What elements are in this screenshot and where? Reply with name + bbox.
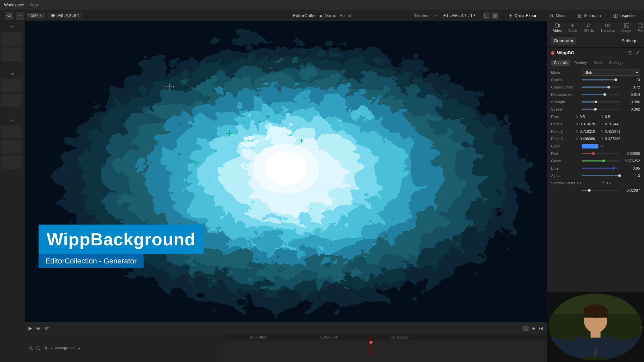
tab-file[interactable]: File <box>635 21 644 34</box>
copies-offset-value: 0.72 <box>622 85 640 89</box>
sidebar-collapse-icon-2[interactable] <box>10 72 15 76</box>
color-edit-btn[interactable]: ✏ <box>600 144 603 148</box>
subtab-mask[interactable]: Mask <box>591 60 605 66</box>
color-row: Color ✏ <box>547 142 644 150</box>
transform-handle-1[interactable] <box>164 83 174 91</box>
zoom-fit-icon[interactable] <box>36 346 41 351</box>
timecode-right: 01:00:47:17 <box>443 13 476 18</box>
quick-export-btn[interactable]: Quick Export <box>505 12 540 19</box>
plugin-reset-icon[interactable] <box>628 51 633 55</box>
green-slider[interactable] <box>582 160 620 162</box>
viewer-btn-1[interactable] <box>483 12 490 19</box>
alpha-value: 1.0 <box>622 174 640 178</box>
blue-thumb[interactable] <box>612 167 615 170</box>
transform-handle-4[interactable] <box>300 139 304 144</box>
point1-y-value: 0.761443 <box>605 122 625 126</box>
zoom-plus-btn[interactable]: + <box>78 346 80 351</box>
speed-slider[interactable] <box>582 109 620 110</box>
zoom-minus-btn[interactable]: - <box>51 346 52 351</box>
displacement-thumb[interactable] <box>603 93 606 96</box>
menu-help[interactable]: Help <box>30 3 38 7</box>
blue-value: 0.85 <box>622 166 640 170</box>
speed-row: Speed 0.362 <box>547 106 644 113</box>
point2-label: Point 2 <box>551 129 575 133</box>
copies-offset-thumb[interactable] <box>607 86 610 88</box>
settings-tab[interactable]: Settings <box>619 37 640 45</box>
transform-handle-3[interactable] <box>193 160 199 167</box>
playhead[interactable] <box>371 334 371 355</box>
mixer-btn[interactable]: Mixer <box>547 12 568 19</box>
sidebar-collapse-icon-3[interactable] <box>10 118 15 123</box>
sidebar-item-3 <box>1 78 21 92</box>
strength-thumb[interactable] <box>595 101 597 103</box>
alpha-thumb[interactable] <box>618 174 621 177</box>
project-status: Edited <box>340 13 351 18</box>
play-btn[interactable]: ▶ <box>29 325 32 331</box>
plugin-edit-icon[interactable] <box>635 51 640 55</box>
lower-subtitle-bar: EditorCollection - Generator <box>39 254 144 268</box>
speed-thumb[interactable] <box>594 108 597 111</box>
subtab-overlay[interactable]: Overlay <box>572 60 590 66</box>
tab-video[interactable]: Video <box>550 21 565 34</box>
svg-line-48 <box>39 349 40 350</box>
blue-slider[interactable] <box>582 168 620 169</box>
lower-third: WippBackground EditorCollection - Genera… <box>39 225 204 268</box>
green-thumb[interactable] <box>602 160 605 162</box>
sidebar-item-6 <box>1 140 21 154</box>
prev-marker-btn[interactable]: ⏮ <box>531 325 536 331</box>
copies-offset-slider[interactable] <box>582 86 620 88</box>
tab-effects[interactable]: Effects <box>580 21 597 34</box>
color-swatch[interactable] <box>582 144 598 148</box>
strength-slider[interactable] <box>582 101 620 103</box>
blue-label: Blue <box>551 166 580 170</box>
red-thumb[interactable] <box>592 152 595 155</box>
displacement-slider[interactable] <box>582 94 620 95</box>
mode-select[interactable]: Blob <box>582 69 640 76</box>
svg-rect-56 <box>608 24 610 27</box>
transform-handle-2[interactable] <box>226 130 232 137</box>
point3-y-label: Y <box>601 137 603 141</box>
sidebar-collapse-icon[interactable] <box>10 24 15 29</box>
svg-rect-58 <box>624 23 629 27</box>
inspector-btn[interactable]: Inspector <box>610 12 639 19</box>
zoom-slider[interactable] <box>55 347 75 349</box>
viewer-btn-2[interactable] <box>491 12 499 19</box>
tab-audio[interactable]: Audio <box>565 21 580 34</box>
pivot-label: Pivot <box>551 115 575 119</box>
svg-rect-53 <box>555 24 558 27</box>
loop-btn[interactable]: ⟳ <box>45 325 49 331</box>
tab-transition[interactable]: Transition <box>597 21 619 34</box>
video-preview[interactable]: WippBackground EditorCollection - Genera… <box>25 21 547 322</box>
tab-audio-label: Audio <box>568 29 577 33</box>
svg-marker-36 <box>228 135 230 136</box>
screen-icon[interactable]: ⬛ <box>523 325 529 331</box>
subtab-settings[interactable]: Settings <box>606 60 625 66</box>
webcam-expand-btn[interactable]: › <box>640 323 642 330</box>
zoom-out-icon[interactable] <box>29 346 33 351</box>
displacement-fill <box>582 94 605 95</box>
sidebar-item-5 <box>1 125 21 138</box>
menu-workspace[interactable]: Workspace <box>4 3 24 7</box>
tab-image[interactable]: Image <box>619 21 635 34</box>
title-center: EditorCollection Demo Edited <box>293 13 351 18</box>
shadow-extra-thumb[interactable] <box>588 189 591 192</box>
transport-controls: ▶ ⏭ ⟳ <box>29 325 49 331</box>
zoom-in-icon[interactable] <box>43 346 48 351</box>
metadata-btn[interactable]: Metadata <box>575 12 604 19</box>
next-frame-btn[interactable]: ⏭ <box>36 325 41 331</box>
point3-label: Point 3 <box>551 137 575 141</box>
zoom-control[interactable]: 100% <box>27 13 45 18</box>
controls-list: Mode Blob Copies 10 Copies Offset <box>547 67 644 292</box>
search-icon[interactable] <box>7 13 12 18</box>
copies-thumb[interactable] <box>614 78 617 81</box>
subtab-controls[interactable]: Controls <box>551 60 570 66</box>
point2-x-label: X <box>576 129 578 133</box>
copies-slider[interactable] <box>582 79 620 80</box>
shadow-extra-slider[interactable] <box>582 190 620 191</box>
svg-point-59 <box>625 24 626 25</box>
next-marker-btn[interactable]: ⏭ <box>539 325 543 331</box>
svg-rect-55 <box>605 24 607 27</box>
alpha-slider[interactable] <box>582 175 620 176</box>
red-slider[interactable] <box>582 153 620 154</box>
generator-tab[interactable]: Generator <box>551 37 576 45</box>
